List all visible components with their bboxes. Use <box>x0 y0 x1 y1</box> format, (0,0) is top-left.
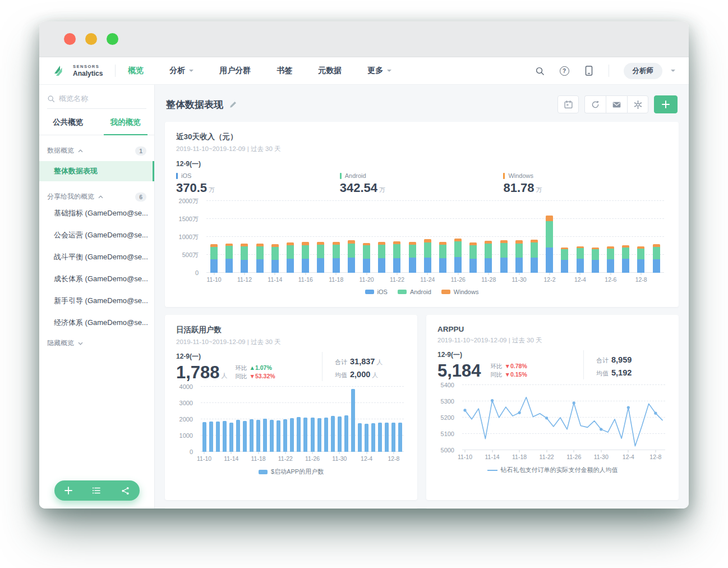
data-point[interactable] <box>627 406 630 409</box>
bar[interactable] <box>302 201 309 273</box>
bar[interactable] <box>250 387 254 452</box>
refresh-button[interactable] <box>584 95 606 113</box>
bar[interactable] <box>365 387 368 452</box>
data-point[interactable] <box>545 416 548 419</box>
window-zoom-button[interactable] <box>107 33 118 45</box>
bar[interactable] <box>351 387 355 452</box>
data-point[interactable] <box>518 411 521 414</box>
bar[interactable] <box>398 387 402 452</box>
nav-item-4[interactable]: 书签 <box>277 66 292 76</box>
bar[interactable] <box>324 387 328 452</box>
overview-search[interactable] <box>47 93 146 109</box>
hidden-overviews-toggle[interactable]: 隐藏概览 <box>39 338 154 348</box>
bar[interactable] <box>378 387 382 452</box>
window-minimize-button[interactable] <box>85 33 97 45</box>
bar[interactable] <box>256 201 264 273</box>
bar[interactable] <box>297 387 301 452</box>
sidebar-section-header-1[interactable]: 数据概览1 <box>39 146 154 155</box>
data-point[interactable] <box>654 412 657 415</box>
nav-item-5[interactable]: 元数据 <box>318 66 342 76</box>
sidebar-item[interactable]: 基础指标 (GameDemo@se... <box>39 203 154 223</box>
bar[interactable] <box>637 201 644 273</box>
data-point[interactable] <box>491 399 494 402</box>
bar[interactable] <box>500 201 508 273</box>
sidebar-item[interactable]: 战斗平衡 (GameDemo@se... <box>39 247 154 267</box>
bar[interactable] <box>277 387 280 452</box>
bar[interactable] <box>303 387 307 452</box>
bar[interactable] <box>424 201 431 273</box>
bar[interactable] <box>622 201 629 273</box>
bar[interactable] <box>378 201 385 273</box>
bar[interactable] <box>454 201 462 273</box>
sidebar-item[interactable]: 经济体系 (GameDemo@se... <box>39 313 154 333</box>
data-point[interactable] <box>463 409 466 411</box>
bar[interactable] <box>592 201 599 273</box>
bar[interactable] <box>283 387 287 452</box>
bar[interactable] <box>216 387 220 452</box>
bar[interactable] <box>409 201 416 273</box>
share-button[interactable] <box>119 485 131 496</box>
bar[interactable] <box>531 201 538 273</box>
user-menu[interactable]: 分析师 <box>624 63 676 79</box>
data-point[interactable] <box>573 401 575 404</box>
user-role-pill[interactable]: 分析师 <box>624 63 663 79</box>
bar[interactable] <box>344 387 348 452</box>
bar[interactable] <box>385 387 389 452</box>
bar[interactable] <box>209 387 213 452</box>
sidebar-section-header-2[interactable]: 分享给我的概览6 <box>39 192 154 201</box>
bar[interactable] <box>358 387 362 452</box>
bar[interactable] <box>287 201 294 273</box>
nav-item-3[interactable]: 用户分群 <box>219 66 251 76</box>
bar[interactable] <box>317 201 324 273</box>
bar[interactable] <box>391 387 395 452</box>
sidebar-item[interactable]: 公会运营 (GameDemo@se... <box>39 225 154 245</box>
mobile-app-icon[interactable] <box>584 66 594 76</box>
nav-item-1[interactable]: 概览 <box>128 66 144 76</box>
search-input[interactable] <box>59 94 137 103</box>
sidebar-item[interactable]: 成长体系 (GameDemo@se... <box>39 269 154 289</box>
bar[interactable] <box>561 201 568 273</box>
legend-item[interactable]: Android <box>398 288 431 295</box>
help-icon[interactable]: ? <box>560 66 569 76</box>
bar[interactable] <box>338 387 342 452</box>
bar[interactable] <box>290 387 294 452</box>
settings-button[interactable] <box>627 95 648 113</box>
search-icon[interactable] <box>535 66 545 76</box>
bar[interactable] <box>311 387 315 452</box>
mail-button[interactable] <box>606 95 627 113</box>
legend-item[interactable]: 钻石礼包支付订单的实际支付金额的人均值 <box>487 466 618 474</box>
bar[interactable] <box>229 387 233 452</box>
bar[interactable] <box>223 387 227 452</box>
bar[interactable] <box>607 201 614 273</box>
bar[interactable] <box>439 201 446 273</box>
bar[interactable] <box>241 201 248 273</box>
bar[interactable] <box>256 387 260 452</box>
legend-item[interactable]: iOS <box>365 288 388 295</box>
bar[interactable] <box>515 201 523 273</box>
sensors-logo[interactable]: SENSORS Analytics <box>53 64 103 77</box>
bar[interactable] <box>348 201 355 273</box>
bar[interactable] <box>653 201 660 273</box>
nav-item-2[interactable]: 分析 <box>169 66 193 76</box>
bar[interactable] <box>271 201 279 273</box>
sidebar-item[interactable]: 整体数据表现 <box>39 161 154 181</box>
bar[interactable] <box>270 387 274 452</box>
edit-title-button[interactable] <box>229 100 237 109</box>
bar[interactable] <box>225 201 233 273</box>
calendar-button[interactable] <box>557 95 579 113</box>
bar[interactable] <box>546 201 553 273</box>
data-point[interactable] <box>600 428 602 430</box>
bar[interactable] <box>331 387 335 452</box>
bar[interactable] <box>371 387 375 452</box>
sidebar-tab-2[interactable]: 我的概览 <box>97 109 155 135</box>
sidebar-tab-1[interactable]: 公共概览 <box>39 109 97 135</box>
add-overview-button[interactable] <box>63 485 74 496</box>
bar[interactable] <box>236 387 240 452</box>
sort-list-button[interactable] <box>91 485 102 496</box>
bar[interactable] <box>263 387 267 452</box>
window-close-button[interactable] <box>64 33 76 45</box>
sidebar-item[interactable]: 新手引导 (GameDemo@se... <box>39 291 154 311</box>
bar[interactable] <box>485 201 492 273</box>
legend-item[interactable]: $启动APP的用户数 <box>259 468 324 476</box>
bar[interactable] <box>469 201 477 273</box>
